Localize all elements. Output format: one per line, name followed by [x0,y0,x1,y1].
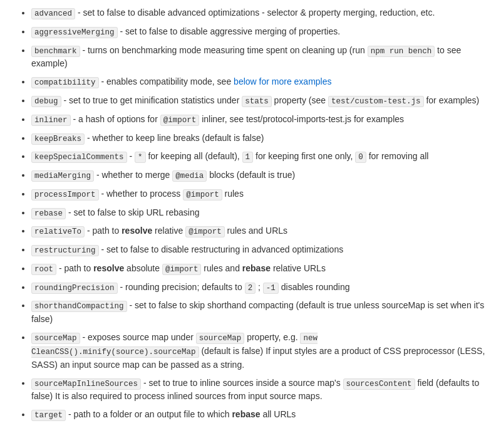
item-text-2: rules [225,189,244,199]
list-item: target - path to a folder or an output f… [31,408,488,422]
item-text: - path to a folder or an output file to … [68,409,232,419]
list-item: keepSpecialComments - * for keeping all … [31,150,488,164]
item-text: - set to false to disable advanced optim… [78,8,435,18]
item-text: - whether to merge [96,170,172,180]
code-test-file: test/custom-test.js [328,96,424,107]
code-shorthandCompacting: shorthandCompacting [31,301,127,312]
code-advanced: advanced [31,8,75,19]
code-sourceMapInlineSources: sourceMapInlineSources [31,378,141,390]
list-item: processImport - whether to process @impo… [31,187,488,201]
list-item: sourceMap - exposes source map under sou… [31,331,488,372]
code-relativeTo: relativeTo [31,226,85,237]
code-media: @media [172,170,207,182]
item-text-3: disables rounding [281,282,350,292]
list-item: compatibility - enables compatibility mo… [31,75,488,89]
item-text-3: for keeping first one only, [256,151,355,161]
list-item: sourceMapInlineSources - set to true to … [31,377,488,404]
code-restructuring: restructuring [31,245,99,256]
code-npm-run: npm run bench [368,46,435,57]
code-keepBreaks: keepBreaks [31,133,85,145]
code-rebase: rebase [31,208,66,219]
code-one: 1 [242,152,254,163]
list-item: relativeTo - path to resolve relative @i… [31,224,488,238]
item-text: - set to false to skip URL rebasing [68,207,200,217]
code-sourcesContent: sourcesContent [343,378,415,390]
item-text-2: ; [258,282,263,292]
list-item: benchmark - turns on benchmarking mode m… [31,44,488,71]
list-item: rebase - set to false to skip URL rebasi… [31,206,488,220]
list-item: keepBreaks - whether to keep line breaks… [31,132,488,145]
item-text-2: property, e.g. [247,332,300,342]
list-item: shorthandCompacting - set to false to sk… [31,299,488,326]
item-text: - set to false to disable restructuring … [101,244,343,254]
options-list: advanced - set to false to disable advan… [13,6,488,422]
list-item: advanced - set to false to disable advan… [31,6,488,20]
item-text: - a hash of options for [73,114,160,124]
item-text: - enables compatibility mode, see [101,76,234,86]
code-compatibility: compatibility [31,77,99,88]
item-text-2: all URLs [262,409,296,419]
code-import2: @import [183,189,222,201]
list-item: roundingPrecision - rounding precision; … [31,281,488,294]
code-two: 2 [245,283,256,294]
strong-resolve2: resolve [93,263,124,273]
item-text-4: relative URLs [273,263,326,273]
item-text-3: rules and [204,263,242,273]
code-inliner: inliner [31,115,71,126]
strong-resolve: resolve [121,226,152,236]
item-text: - exposes source map under [82,332,195,342]
item-text-2: relative [155,226,185,236]
item-text: - turns on benchmarking mode measuring t… [82,45,367,55]
code-minus-one: -1 [263,283,279,294]
item-text: - whether to keep line breaks (default i… [87,133,264,143]
item-text-2: inliner, see test/protocol-imports-test.… [202,114,404,124]
code-aggressiveMerging: aggressiveMerging [31,27,118,38]
code-zero: 0 [355,152,366,163]
item-text-2: absolute [127,263,162,273]
list-item: root - path to resolve absolute @import … [31,262,488,276]
item-text: - [129,151,135,161]
strong-rebase2: rebase [232,409,260,419]
code-roundingPrecision: roundingPrecision [31,283,118,294]
list-item: debug - set to true to get minification … [31,94,488,108]
item-text-2: property (see [274,95,328,105]
code-import: @import [160,115,200,126]
code-keepSpecialComments: keepSpecialComments [31,152,127,163]
code-sourceMap2: sourceMap [196,333,245,344]
code-debug: debug [31,96,61,107]
code-benchmark: benchmark [31,46,80,57]
strong-rebase: rebase [242,263,271,273]
item-text-4: for removing all [369,151,429,161]
item-text: - set to true to get minification statis… [63,95,242,105]
item-text-3: for examples) [426,95,479,105]
list-item: aggressiveMerging - set to false to disa… [31,25,488,39]
item-text: - path to [87,226,121,236]
code-processImport: processImport [31,189,99,201]
list-item: mediaMerging - whether to merge @media b… [31,169,488,182]
code-target: target [31,410,66,421]
item-text: - whether to process [101,189,183,199]
code-root: root [31,264,56,275]
code-import4: @import [162,264,202,275]
list-item: restructuring - set to false to disable … [31,243,488,257]
item-text: - rounding precision; defaults to [120,282,244,292]
item-text: - path to [59,263,93,273]
item-text-2: for keeping all (default), [148,151,242,161]
code-import3: @import [185,226,225,237]
code-sourceMap: sourceMap [31,333,80,344]
item-text-2: blocks (default is true) [209,170,295,180]
item-text-3: rules and URLs [227,226,288,236]
item-text: - set to false to disable aggressive mer… [120,26,340,36]
list-item: inliner - a hash of options for @import … [31,113,488,127]
below-link[interactable]: below for more examples [234,76,331,86]
item-text: - set to true to inline sources inside a… [143,378,343,388]
code-stats: stats [242,96,272,107]
code-star: * [135,152,146,163]
code-mediaMerging: mediaMerging [31,170,94,182]
